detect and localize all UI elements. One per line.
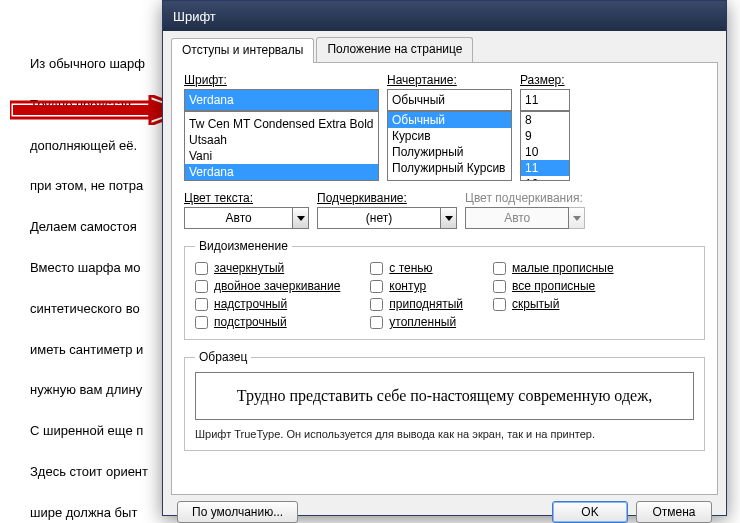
- chk-strike[interactable]: [195, 262, 208, 275]
- label-textcolor: Цвет текста:: [184, 191, 309, 205]
- effects-group: Видоизменение зачеркнутый двойное зачерк…: [184, 239, 705, 340]
- dialog-title: Шрифт: [173, 9, 216, 24]
- default-button[interactable]: По умолчанию...: [177, 501, 298, 523]
- font-listbox[interactable]: Tw Cen MT CondensedTw Cen MT Condensed E…: [184, 111, 379, 181]
- underline-combo[interactable]: [317, 207, 441, 229]
- list-item[interactable]: 11: [521, 160, 569, 176]
- style-input[interactable]: [387, 89, 512, 111]
- font-input[interactable]: [184, 89, 379, 111]
- chk-allcaps[interactable]: [493, 280, 506, 293]
- chk-emboss[interactable]: [370, 298, 383, 311]
- font-info: Шрифт TrueType. Он используется для выво…: [195, 428, 694, 440]
- chk-super[interactable]: [195, 298, 208, 311]
- size-listbox[interactable]: 89101112: [520, 111, 570, 181]
- tab-bar: Отступы и интервалы Положение на страниц…: [171, 37, 718, 63]
- effects-legend: Видоизменение: [195, 239, 292, 253]
- sample-preview: Трудно представить себе по-настоящему со…: [195, 372, 694, 420]
- textcolor-combo[interactable]: [184, 207, 293, 229]
- size-input[interactable]: [520, 89, 570, 111]
- list-item[interactable]: Полужирный Курсив: [388, 160, 511, 176]
- ulcolor-dropdown: [569, 207, 585, 229]
- style-listbox[interactable]: ОбычныйКурсивПолужирныйПолужирный Курсив: [387, 111, 512, 181]
- label-ulcolor: Цвет подчеркивания:: [465, 191, 585, 205]
- sample-group: Образец Трудно представить себе по-насто…: [184, 350, 705, 451]
- chk-outline[interactable]: [370, 280, 383, 293]
- tab-pageposition[interactable]: Положение на странице: [316, 37, 473, 62]
- dialog-titlebar[interactable]: Шрифт: [163, 1, 726, 31]
- list-item[interactable]: Verdana: [185, 164, 378, 180]
- chk-smallcaps[interactable]: [493, 262, 506, 275]
- label-font: Шрифт:: [184, 73, 379, 87]
- font-dialog: Шрифт Отступы и интервалы Положение на с…: [162, 0, 727, 516]
- chk-shadow[interactable]: [370, 262, 383, 275]
- chk-dblstrike[interactable]: [195, 280, 208, 293]
- list-item[interactable]: Utsaah: [185, 132, 378, 148]
- list-item[interactable]: 12: [521, 176, 569, 181]
- textcolor-dropdown[interactable]: [293, 207, 309, 229]
- list-item[interactable]: 10: [521, 144, 569, 160]
- list-item[interactable]: Tw Cen MT Condensed Extra Bold: [185, 116, 378, 132]
- list-item[interactable]: Vani: [185, 148, 378, 164]
- list-item[interactable]: 8: [521, 112, 569, 128]
- underline-dropdown[interactable]: [441, 207, 457, 229]
- label-underline: Подчеркивание:: [317, 191, 457, 205]
- svg-rect-3: [13, 105, 150, 115]
- tab-indents[interactable]: Отступы и интервалы: [171, 38, 314, 63]
- chk-engrave[interactable]: [370, 316, 383, 329]
- list-item[interactable]: Курсив: [388, 128, 511, 144]
- chk-sub[interactable]: [195, 316, 208, 329]
- cancel-button[interactable]: Отмена: [636, 501, 712, 523]
- label-size: Размер:: [520, 73, 570, 87]
- list-item[interactable]: Обычный: [388, 112, 511, 128]
- list-item[interactable]: Полужирный: [388, 144, 511, 160]
- ok-button[interactable]: OK: [552, 501, 628, 523]
- ulcolor-combo: [465, 207, 569, 229]
- label-style: Начертание:: [387, 73, 512, 87]
- chk-hidden[interactable]: [493, 298, 506, 311]
- sample-legend: Образец: [195, 350, 251, 364]
- list-item[interactable]: 9: [521, 128, 569, 144]
